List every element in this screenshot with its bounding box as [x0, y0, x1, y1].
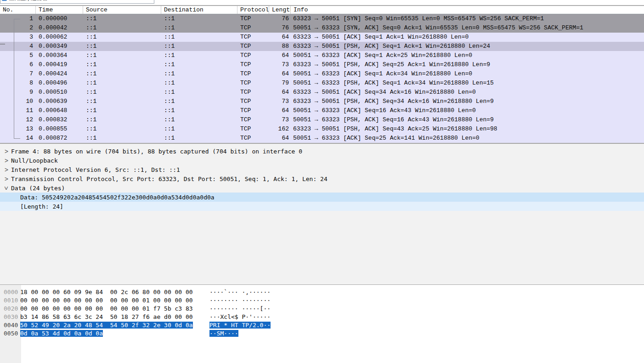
- packet-row[interactable]: 11 0.000648 ::1 ::1 TCP 64 50051 → 63323…: [0, 106, 644, 115]
- hex-row[interactable]: 0010 00 00 00 00 00 00 00 00 00 00 00 01…: [0, 296, 644, 305]
- expand-arrow-icon[interactable]: [3, 176, 10, 182]
- packet-length: 73: [269, 60, 291, 69]
- packet-length: 64: [269, 33, 291, 42]
- packet-length: 64: [269, 51, 291, 60]
- hex-ascii[interactable]: ··SM····: [209, 329, 238, 338]
- packet-row[interactable]: 6 0.000419 ::1 ::1 TCP 73 63323 → 50051 …: [0, 60, 644, 69]
- hex-ascii[interactable]: ···Xcl<$ P·'·····: [209, 313, 271, 321]
- hex-offset: 0040: [0, 321, 20, 329]
- detail-row[interactable]: Transmission Control Protocol, Src Port:…: [0, 174, 644, 183]
- column-header[interactable]: Source: [83, 6, 161, 14]
- packet-source: ::1: [83, 23, 161, 33]
- packet-protocol: TCP: [237, 69, 269, 79]
- hex-ascii[interactable]: PRI * HT TP/2.0··: [209, 321, 271, 329]
- packet-source: ::1: [83, 134, 161, 143]
- packet-row[interactable]: 2 0.000042 ::1 ::1 TCP 76 50051 → 63323 …: [0, 23, 644, 33]
- hex-row[interactable]: 0040 50 52 49 20 2a 20 48 54 54 50 2f 32…: [0, 321, 644, 329]
- packet-row[interactable]: 14 0.000872 ::1 ::1 TCP 64 50051 → 63323…: [0, 134, 644, 143]
- hex-ascii[interactable]: ········ ········: [209, 296, 271, 305]
- detail-text: Null/Loopback: [10, 157, 58, 164]
- packet-row[interactable]: 3 0.000062 ::1 ::1 TCP 64 63323 → 50051 …: [0, 33, 644, 42]
- column-header[interactable]: No.: [0, 6, 36, 14]
- packet-destination: ::1: [161, 97, 237, 106]
- packet-row[interactable]: 12 0.000832 ::1 ::1 TCP 73 50051 → 63323…: [0, 115, 644, 125]
- hex-bytes[interactable]: 00 00 00 00 00 00 00 00 00 00 00 01 00 0…: [20, 296, 209, 305]
- packet-time: 0.000042: [36, 23, 83, 33]
- packet-info: 63323 → 50051 [SYN] Seq=0 Win=65535 Len=…: [291, 14, 644, 23]
- packet-no: 12: [0, 115, 36, 125]
- detail-row[interactable]: Frame 4: 88 bytes on wire (704 bits), 88…: [0, 147, 644, 156]
- detail-row[interactable]: Data (24 bytes): [0, 183, 644, 193]
- packet-protocol: TCP: [237, 79, 269, 88]
- packet-destination: ::1: [161, 14, 237, 23]
- hex-row[interactable]: 0030 b3 14 86 58 63 6c 3c 24 50 18 27 f6…: [0, 313, 644, 321]
- hex-row[interactable]: 0050 0d 0a 53 4d 0d 0a 0d 0a ··SM····: [0, 329, 644, 338]
- packet-source: ::1: [83, 51, 161, 60]
- packet-info: 50051 → 63323 [ACK] Seq=25 Ack=141 Win=2…: [291, 134, 644, 143]
- packet-info: 50051 → 63323 [PSH, ACK] Seq=1 Ack=34 Wi…: [291, 79, 644, 88]
- hex-bytes[interactable]: b3 14 86 58 63 6c 3c 24 50 18 27 f6 ae d…: [20, 313, 209, 321]
- packet-destination: ::1: [161, 69, 237, 79]
- column-header[interactable]: Time: [36, 6, 83, 14]
- packet-row[interactable]: 10 0.000639 ::1 ::1 TCP 73 63323 → 50051…: [0, 97, 644, 106]
- packet-row[interactable]: 1 0.000000 ::1 ::1 TCP 76 63323 → 50051 …: [0, 14, 644, 23]
- packet-length: 79: [269, 79, 291, 88]
- hex-row[interactable]: 0000 18 00 00 00 60 09 9e 84 00 2c 06 80…: [0, 288, 644, 296]
- packet-time: 0.000872: [36, 134, 83, 143]
- packet-no: 2: [0, 23, 36, 33]
- packet-row[interactable]: 4 0.000349 ::1 ::1 TCP 88 63323 → 50051 …: [0, 42, 644, 51]
- packet-row[interactable]: 5 0.000364 ::1 ::1 TCP 64 50051 → 63323 …: [0, 51, 644, 60]
- packet-row[interactable]: 7 0.000424 ::1 ::1 TCP 64 50051 → 63323 …: [0, 69, 644, 79]
- collapse-arrow-icon[interactable]: [3, 185, 10, 191]
- packet-list-header: No.TimeSourceDestinationProtocolLengthIn…: [0, 5, 644, 14]
- packet-length: 64: [269, 106, 291, 115]
- packet-source: ::1: [83, 106, 161, 115]
- packet-info: 50051 → 63323 [PSH, ACK] Seq=16 Ack=43 W…: [291, 115, 644, 125]
- detail-text: Internet Protocol Version 6, Src: ::1, D…: [10, 166, 180, 173]
- packet-protocol: TCP: [237, 14, 269, 23]
- detail-row[interactable]: Null/Loopback: [0, 156, 644, 165]
- packet-row[interactable]: 8 0.000496 ::1 ::1 TCP 79 50051 → 63323 …: [0, 79, 644, 88]
- hex-bytes[interactable]: 0d 0a 53 4d 0d 0a 0d 0a: [20, 329, 209, 338]
- packet-no: 3: [0, 33, 36, 42]
- packet-info: 50051 → 63323 [ACK] Seq=16 Ack=43 Win=26…: [291, 106, 644, 115]
- packet-source: ::1: [83, 125, 161, 134]
- column-header[interactable]: Length: [269, 6, 291, 14]
- packet-row[interactable]: 9 0.000510 ::1 ::1 TCP 64 63323 → 50051 …: [0, 88, 644, 97]
- hex-ascii[interactable]: ····`··· ·,······: [209, 288, 271, 296]
- packet-info: 63323 → 50051 [PSH, ACK] Seq=43 Ack=25 W…: [291, 125, 644, 134]
- hex-bytes[interactable]: 00 00 00 00 00 00 00 00 00 00 00 01 f7 5…: [20, 305, 209, 313]
- detail-row[interactable]: Data: 505249202a20485454502f322e300d0a0d…: [0, 193, 644, 202]
- packet-row[interactable]: 13 0.000855 ::1 ::1 TCP 162 63323 → 5005…: [0, 125, 644, 134]
- hex-ascii[interactable]: ········ ·····[··: [209, 305, 271, 313]
- packet-time: 0.000855: [36, 125, 83, 134]
- packet-protocol: TCP: [237, 60, 269, 69]
- expand-arrow-icon[interactable]: [3, 148, 10, 154]
- packet-info: 50051 → 63323 [SYN, ACK] Seq=0 Ack=1 Win…: [291, 23, 644, 33]
- hex-bytes[interactable]: 18 00 00 00 60 09 9e 84 00 2c 06 80 00 0…: [20, 288, 209, 296]
- expand-arrow-icon[interactable]: [3, 167, 10, 173]
- packet-info: 50051 → 63323 [ACK] Seq=1 Ack=25 Win=261…: [291, 51, 644, 60]
- packet-time: 0.000496: [36, 79, 83, 88]
- current-packet-tick: [0, 44, 5, 45]
- packet-destination: ::1: [161, 42, 237, 51]
- column-header[interactable]: Info: [291, 6, 644, 14]
- column-header[interactable]: Protocol: [237, 6, 269, 14]
- packet-protocol: TCP: [237, 23, 269, 33]
- packet-no: 13: [0, 125, 36, 134]
- filter-bookmark-icon[interactable]: [2, 0, 7, 1]
- hex-row[interactable]: 0020 00 00 00 00 00 00 00 00 00 00 00 01…: [0, 305, 644, 313]
- packet-info: 63323 → 50051 [PSH, ACK] Seq=1 Ack=1 Win…: [291, 42, 644, 51]
- packet-no: 8: [0, 79, 36, 88]
- detail-row[interactable]: [Length: 24]: [0, 202, 644, 211]
- display-filter-input[interactable]: 应用显示过滤器: [0, 0, 154, 4]
- packet-details-pane: Frame 4: 88 bytes on wire (704 bits), 88…: [0, 143, 644, 284]
- column-header[interactable]: Destination: [161, 6, 237, 14]
- stream-bracket-line: [14, 19, 14, 138]
- packet-time: 0.000000: [36, 14, 83, 23]
- packet-source: ::1: [83, 60, 161, 69]
- hex-bytes[interactable]: 50 52 49 20 2a 20 48 54 54 50 2f 32 2e 3…: [20, 321, 209, 329]
- detail-row[interactable]: Internet Protocol Version 6, Src: ::1, D…: [0, 165, 644, 174]
- expand-arrow-icon[interactable]: [3, 158, 10, 164]
- packet-no: 5: [0, 51, 36, 60]
